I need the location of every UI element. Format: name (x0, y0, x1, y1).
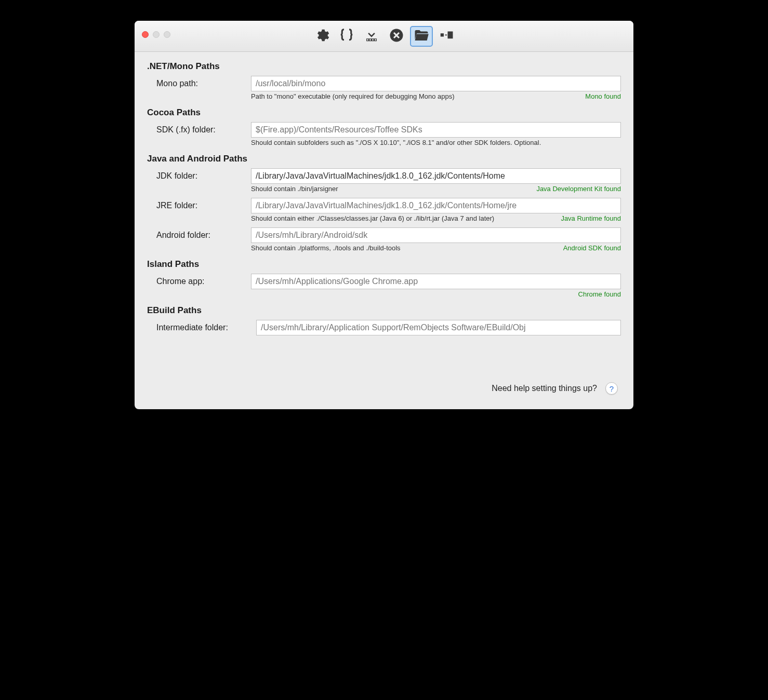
toolbar-braces-button[interactable] (335, 26, 358, 47)
help-icon: ? (610, 384, 614, 393)
download-icon (364, 28, 379, 45)
toolbar-download-button[interactable] (360, 26, 383, 47)
android-folder-label: Android folder: (147, 231, 251, 240)
section-cocoa-title: Cocoa Paths (147, 107, 621, 118)
jre-folder-input[interactable] (251, 198, 621, 213)
sdk-folder-input[interactable] (251, 122, 621, 138)
section-island-title: Island Paths (147, 259, 621, 270)
section-java-title: Java and Android Paths (147, 154, 621, 164)
help-text: Need help setting things up? (492, 384, 597, 393)
titlebar (135, 21, 633, 52)
intermediate-folder-input[interactable] (256, 320, 621, 335)
svg-rect-2 (372, 39, 374, 41)
android-folder-hint: Should contain ./platforms, ./tools and … (251, 244, 557, 252)
toolbar-general-button[interactable] (310, 26, 333, 47)
android-folder-input[interactable] (251, 227, 621, 243)
svg-rect-5 (441, 33, 444, 36)
section-net-title: .NET/Mono Paths (147, 61, 621, 72)
sdk-folder-label: SDK (.fx) folder: (147, 125, 251, 134)
svg-rect-3 (375, 39, 376, 41)
window-controls (142, 31, 170, 38)
chrome-app-status: Chrome found (572, 290, 621, 298)
scale-icon (439, 28, 454, 45)
mono-path-status: Mono found (579, 92, 621, 100)
svg-rect-1 (369, 39, 371, 41)
close-window-button[interactable] (142, 31, 149, 38)
jre-folder-hint: Should contain either ./Classes/classes.… (251, 214, 554, 222)
jdk-folder-status: Java Development Kit found (530, 185, 621, 193)
sdk-folder-hint: Should contain subfolders such as "./OS … (251, 139, 615, 146)
svg-rect-6 (448, 31, 453, 38)
jre-folder-label: JRE folder: (147, 201, 251, 210)
toolbar (310, 26, 458, 47)
preferences-window: .NET/Mono Paths Mono path: Path to "mono… (135, 21, 633, 409)
svg-rect-0 (367, 39, 368, 41)
toolbar-paths-button[interactable] (410, 26, 433, 47)
jdk-folder-input[interactable] (251, 168, 621, 184)
toolbar-scale-button[interactable] (435, 26, 458, 47)
jdk-folder-label: JDK folder: (147, 171, 251, 181)
jdk-folder-hint: Should contain ./bin/jarsigner (251, 185, 530, 193)
footer: Need help setting things up? ? (147, 382, 621, 395)
folder-open-icon (414, 28, 429, 45)
mono-path-input[interactable] (251, 76, 621, 91)
toolbar-close-button[interactable] (385, 26, 408, 47)
jre-folder-status: Java Runtime found (554, 214, 621, 222)
section-ebuild-title: EBuild Paths (147, 305, 621, 316)
intermediate-folder-label: Intermediate folder: (147, 323, 256, 332)
minimize-window-button[interactable] (153, 31, 160, 38)
chrome-app-label: Chrome app: (147, 277, 251, 286)
android-folder-status: Android SDK found (557, 244, 621, 252)
mono-path-hint: Path to "mono" executable (only required… (251, 92, 579, 100)
sdk-folder-status (615, 139, 621, 146)
braces-icon (339, 28, 354, 45)
help-button[interactable]: ? (605, 382, 618, 395)
content-area: .NET/Mono Paths Mono path: Path to "mono… (135, 52, 633, 409)
chrome-app-hint (251, 290, 572, 298)
gear-icon (314, 28, 329, 45)
mono-path-label: Mono path: (147, 79, 251, 88)
zoom-window-button[interactable] (164, 31, 170, 38)
close-circle-icon (389, 28, 404, 45)
chrome-app-input[interactable] (251, 274, 621, 289)
